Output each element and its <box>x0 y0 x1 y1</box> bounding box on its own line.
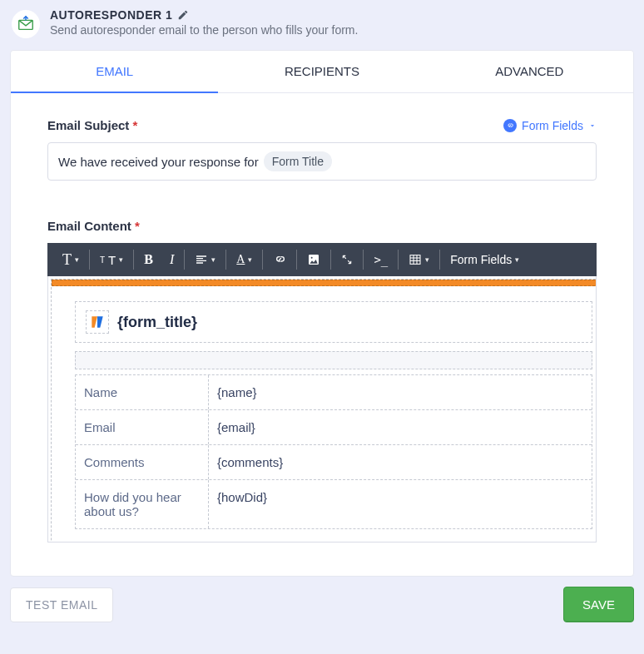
email-subject-label: Email Subject * <box>47 118 137 132</box>
autoresponder-header: AUTORESPONDER 1 Send autoresponder email… <box>0 0 644 50</box>
tab-advanced[interactable]: ADVANCED <box>426 51 633 93</box>
field-row: Comments {comments} <box>76 444 592 479</box>
edit-title-icon[interactable] <box>177 9 189 21</box>
toolbar-form-fields-button[interactable]: Form Fields ▾ <box>442 243 528 276</box>
panel-tabs: EMAIL RECIPIENTS ADVANCED <box>11 51 633 93</box>
table-button[interactable]: ▾ <box>400 243 438 276</box>
form-logo-icon <box>86 310 109 334</box>
autoresponder-mail-icon <box>12 10 40 38</box>
form-title-placeholder: {form_title} <box>117 314 197 331</box>
email-content-label: Email Content * <box>47 219 597 233</box>
email-spacer <box>75 351 592 369</box>
field-value: {name} <box>209 375 592 409</box>
test-email-button[interactable]: TEST EMAIL <box>10 587 113 622</box>
autoresponder-title: AUTORESPONDER 1 <box>50 8 172 22</box>
align-button[interactable]: ▾ <box>186 243 224 276</box>
email-title-row[interactable]: {form_title} <box>75 301 592 343</box>
email-subject-input[interactable]: We have received your response for Form … <box>47 142 597 181</box>
field-value: {email} <box>209 410 592 444</box>
field-label: Name <box>76 375 209 409</box>
subject-text: We have received your response for <box>58 155 259 169</box>
editor-toolbar: T▾ TT▾ B I ▾ A▾ <box>47 243 597 276</box>
text-color-button[interactable]: A▾ <box>228 243 260 276</box>
footer-buttons: TEST EMAIL SAVE <box>0 587 644 632</box>
italic-button[interactable]: I <box>161 243 182 276</box>
settings-panel: EMAIL RECIPIENTS ADVANCED Email Subject … <box>10 50 634 577</box>
email-content-editor[interactable]: {form_title} Name {name} Email {email} <box>47 276 597 543</box>
field-row: Name {name} <box>76 375 592 409</box>
tab-recipients[interactable]: RECIPIENTS <box>218 51 425 93</box>
field-row: Email {email} <box>76 409 592 444</box>
email-header-bar <box>52 280 596 286</box>
form-fields-dropdown[interactable]: Form Fields <box>503 119 597 132</box>
tab-email[interactable]: EMAIL <box>11 51 218 93</box>
field-value: {comments} <box>209 445 592 479</box>
bold-button[interactable]: B <box>136 243 161 276</box>
field-value: {howDid} <box>209 480 592 528</box>
fullscreen-button[interactable] <box>333 243 361 276</box>
field-label: How did you hear about us? <box>76 480 209 528</box>
font-size-button[interactable]: TT▾ <box>92 243 131 276</box>
field-label: Comments <box>76 445 209 479</box>
email-fields-table[interactable]: Name {name} Email {email} Comments {comm… <box>75 374 592 529</box>
save-button[interactable]: SAVE <box>563 587 634 622</box>
link-button[interactable] <box>265 243 295 276</box>
source-code-button[interactable]: >_ <box>365 243 396 276</box>
font-family-button[interactable]: T▾ <box>54 243 87 276</box>
autoresponder-description: Send autoresponder email to the person w… <box>50 23 632 37</box>
field-label: Email <box>76 410 209 444</box>
subject-field-chip[interactable]: Form Title <box>264 151 332 171</box>
form-fields-link-text: Form Fields <box>522 119 583 132</box>
field-row: How did you hear about us? {howDid} <box>76 479 592 528</box>
link-icon <box>503 119 517 132</box>
svg-rect-1 <box>410 255 420 265</box>
chevron-down-icon <box>588 121 597 130</box>
image-button[interactable] <box>299 243 329 276</box>
